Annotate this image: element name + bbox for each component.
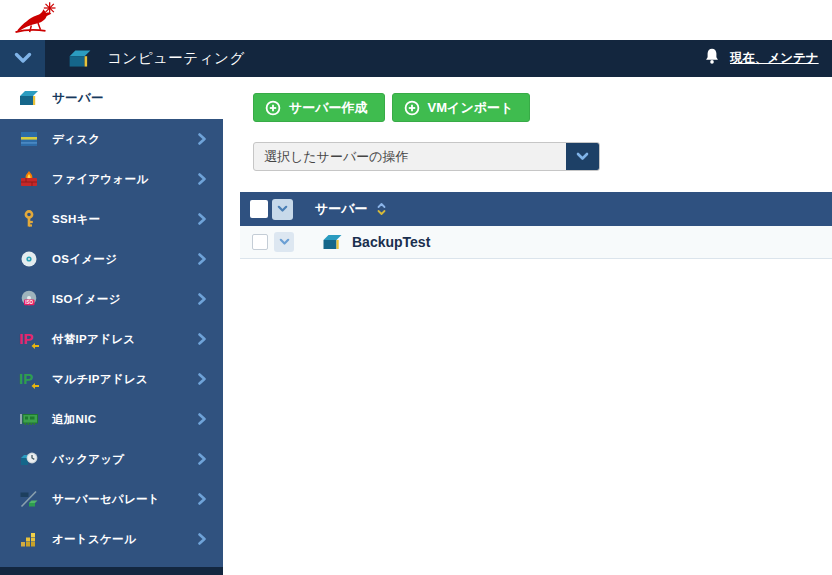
server-separate-icon — [16, 489, 42, 509]
vm-import-button[interactable]: VMインポート — [392, 93, 531, 122]
chevron-down-icon — [277, 205, 288, 213]
plus-circle-icon — [404, 100, 420, 116]
select-menu-dropdown-button[interactable] — [272, 199, 293, 220]
sidebar-item-ssh-key[interactable]: SSHキー — [0, 199, 223, 239]
sidebar-item-label: ファイアウォール — [52, 172, 198, 187]
svg-text:IP: IP — [19, 370, 33, 387]
nic-icon — [16, 409, 42, 429]
table-row[interactable]: BackupTest — [240, 226, 832, 259]
top-navbar: コンピューティング 現在、メンテナ — [0, 40, 832, 77]
chevron-right-icon — [198, 493, 206, 505]
chevron-right-icon — [198, 453, 206, 465]
sidebar-item-label: バックアップ — [52, 452, 198, 467]
chevron-down-icon — [14, 50, 32, 68]
chevron-right-icon — [198, 253, 206, 265]
server-icon — [320, 232, 345, 252]
sidebar-item-label: オートスケール — [52, 532, 198, 547]
sidebar-item-os-image[interactable]: OSイメージ — [0, 239, 223, 279]
sidebar-item-backup[interactable]: バックアップ — [0, 439, 223, 479]
sidebar-item-label: 追加NIC — [52, 412, 198, 427]
chevron-right-icon — [198, 333, 206, 345]
column-header-server[interactable]: サーバー — [315, 200, 368, 218]
server-icon — [16, 88, 42, 108]
ssh-key-icon — [16, 209, 42, 229]
sidebar-item-nic[interactable]: 追加NIC — [0, 399, 223, 439]
autoscale-icon — [16, 529, 42, 549]
sidebar-item-label: SSHキー — [52, 212, 198, 227]
page-title: コンピューティング — [107, 49, 245, 68]
create-server-label: サーバー作成 — [289, 99, 368, 117]
os-image-icon — [16, 249, 42, 269]
sidebar-item-disk[interactable]: ディスク — [0, 119, 223, 159]
sidebar-item-multi-ip[interactable]: IP マルチIPアドレス — [0, 359, 223, 399]
chevron-right-icon — [198, 133, 206, 145]
vm-import-label: VMインポート — [428, 99, 514, 117]
sidebar-item-label: ディスク — [52, 132, 198, 147]
sidebar-collapse-button[interactable] — [0, 40, 45, 77]
sidebar-item-label: OSイメージ — [52, 252, 198, 267]
topbar-status-area: 現在、メンテナ — [703, 40, 819, 77]
sidebar-item-label: ISOイメージ — [52, 292, 198, 307]
sidebar-item-label: サーバーセパレート — [52, 492, 198, 507]
bulk-action-selected-value: 選択したサーバーの操作 — [254, 148, 566, 166]
row-checkbox[interactable] — [252, 234, 268, 250]
create-server-button[interactable]: サーバー作成 — [253, 93, 385, 122]
table-header-row: サーバー — [240, 192, 832, 226]
plus-circle-icon — [265, 100, 281, 116]
red-gazelle-logo-icon — [13, 1, 63, 39]
sidebar-item-autoscale[interactable]: オートスケール — [0, 519, 223, 559]
sort-icon[interactable] — [377, 202, 386, 216]
firewall-icon — [16, 169, 42, 189]
maintenance-info-link[interactable]: 現在、メンテナ — [730, 50, 819, 67]
server-icon — [66, 47, 94, 70]
sidebar-item-iso-image[interactable]: ISO ISOイメージ — [0, 279, 223, 319]
chevron-down-icon — [279, 238, 290, 246]
sidebar-item-server-separate[interactable]: サーバーセパレート — [0, 479, 223, 519]
chevron-right-icon — [198, 213, 206, 225]
sidebar-item-label: マルチIPアドレス — [52, 372, 198, 387]
sidebar-item-server[interactable]: サーバー — [0, 77, 223, 119]
bulk-action-select[interactable]: 選択したサーバーの操作 — [253, 142, 600, 171]
body-wrap: サーバー ディスク — [0, 77, 832, 575]
server-name-link[interactable]: BackupTest — [352, 234, 430, 250]
brand-bar — [0, 0, 832, 40]
chevron-right-icon — [198, 533, 206, 545]
sidebar-item-label: サーバー — [52, 90, 206, 107]
svg-text:ISO: ISO — [25, 300, 33, 305]
sidebar-item-swap-ip[interactable]: IP 付替IPアドレス — [0, 319, 223, 359]
sidebar-footer-strip — [0, 567, 223, 575]
sidebar-item-firewall[interactable]: ファイアウォール — [0, 159, 223, 199]
sidebar-item-label: 付替IPアドレス — [52, 332, 198, 347]
disk-icon — [16, 129, 42, 149]
server-table: サーバー — [240, 192, 832, 259]
sidebar: サーバー ディスク — [0, 77, 223, 575]
row-actions-dropdown-button[interactable] — [274, 232, 294, 252]
chevron-right-icon — [198, 293, 206, 305]
swap-ip-icon: IP — [16, 329, 42, 349]
action-buttons-row: サーバー作成 VMインポート — [253, 93, 832, 122]
iso-image-icon: ISO — [16, 289, 42, 309]
bulk-action-row: 選択したサーバーの操作 — [253, 142, 832, 171]
chevron-right-icon — [198, 413, 206, 425]
bulk-action-dropdown-button[interactable] — [566, 143, 599, 170]
chevron-right-icon — [198, 373, 206, 385]
chevron-down-icon — [576, 152, 589, 161]
select-all-checkbox[interactable] — [250, 200, 268, 218]
main-content: サーバー作成 VMインポート 選択したサーバーの操作 — [223, 77, 832, 575]
multi-ip-icon: IP — [16, 369, 42, 389]
chevron-right-icon — [198, 173, 206, 185]
app-window: コンピューティング 現在、メンテナ — [0, 0, 832, 575]
backup-icon — [16, 449, 42, 469]
svg-text:IP: IP — [19, 330, 33, 347]
bell-icon — [703, 47, 721, 70]
